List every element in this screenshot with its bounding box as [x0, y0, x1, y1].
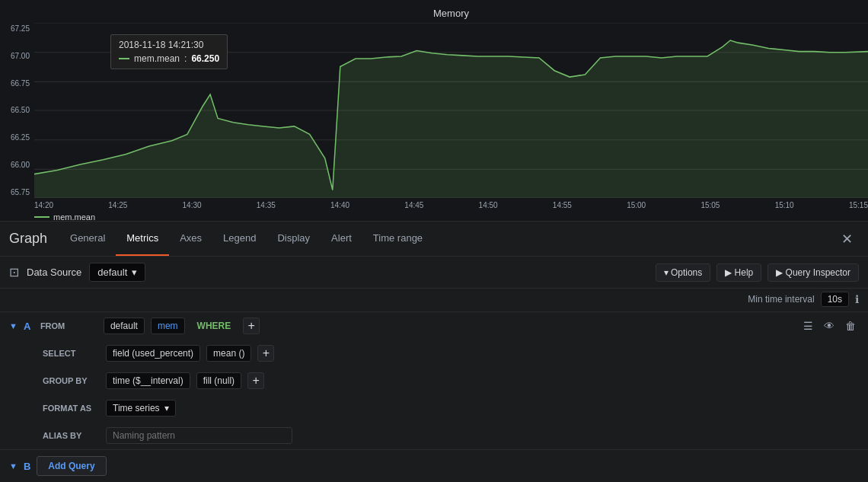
select-field[interactable]: field (used_percent) — [106, 345, 200, 362]
x-label: 15:10 — [775, 201, 794, 209]
chart-title: Memory — [34, 8, 868, 19]
datasource-select[interactable]: default ▾ — [89, 263, 145, 282]
toolbar-row: ⊡ Data Source default ▾ ▾ Options ▶ Help… — [0, 257, 868, 289]
x-label: 15:15 — [849, 201, 868, 209]
interval-label: Min time interval — [748, 294, 814, 305]
x-label: 15:00 — [627, 201, 646, 209]
graph-title: Graph — [9, 231, 47, 247]
select-row: SELECT field (used_percent) mean () + — [0, 340, 868, 367]
groupby-label: GROUP BY — [43, 376, 100, 385]
tab-timerange[interactable]: Time range — [362, 222, 433, 256]
tab-legend[interactable]: Legend — [212, 222, 266, 256]
tab-general[interactable]: General — [59, 222, 116, 256]
row-actions-a: ☰ 👁 🗑 — [800, 318, 859, 334]
x-label: 14:30 — [183, 201, 202, 209]
groupby-row: GROUP BY time ($__interval) fill (null) … — [0, 367, 868, 394]
x-label: 15:05 — [700, 201, 720, 209]
y-label: 66.25 — [11, 133, 30, 142]
formatas-row: FORMAT AS Time series ▾ — [0, 394, 868, 422]
x-label: 14:25 — [108, 201, 127, 209]
x-label: 14:40 — [330, 201, 349, 209]
trash-icon[interactable]: 🗑 — [842, 318, 859, 334]
interval-value: 10s — [821, 292, 849, 307]
x-label: 14:45 — [404, 201, 423, 209]
y-label: 65.75 — [11, 188, 30, 196]
select-fn[interactable]: mean () — [206, 345, 251, 362]
tooltip-time: 2018-11-18 14:21:30 — [119, 40, 219, 50]
eye-icon[interactable]: 👁 — [821, 318, 838, 334]
x-label: 14:35 — [257, 201, 276, 209]
groupby-add-button[interactable]: + — [247, 372, 264, 389]
tab-display[interactable]: Display — [266, 222, 321, 256]
database-icon: ⊡ — [9, 265, 19, 279]
y-label: 67.25 — [11, 24, 30, 33]
select-add-button[interactable]: + — [257, 345, 274, 362]
aliasBy-label: ALIAS BY — [43, 431, 100, 440]
options-button[interactable]: ▾ Options — [656, 263, 711, 282]
y-label: 66.00 — [11, 161, 30, 169]
legend-label: mem.mean — [53, 212, 95, 222]
tab-metrics[interactable]: Metrics — [116, 222, 169, 256]
x-axis: 14:2014:2514:3014:3514:4014:4514:5014:55… — [34, 198, 868, 209]
query-editor: ⊡ Data Source default ▾ ▾ Options ▶ Help… — [0, 257, 868, 482]
legend-color — [34, 216, 49, 218]
aliasBy-input[interactable] — [106, 427, 292, 444]
query-letter-a: A — [24, 321, 34, 332]
datasource-value: default — [97, 267, 127, 278]
min-interval-row: Min time interval 10s ℹ — [0, 289, 868, 312]
tab-axes[interactable]: Axes — [169, 222, 212, 256]
add-query-button[interactable]: Add Query — [37, 456, 106, 476]
x-label: 14:20 — [34, 201, 53, 209]
chart-area: Memory 67.2567.0066.7566.5066.2566.0065.… — [0, 0, 868, 221]
where-keyword[interactable]: WHERE — [191, 318, 238, 334]
groupby-time[interactable]: time ($__interval) — [106, 372, 190, 389]
from-db[interactable]: default — [104, 318, 145, 334]
tab-alert[interactable]: Alert — [321, 222, 362, 256]
panel-editor: Graph General Metrics Axes Legend Displa… — [0, 221, 868, 482]
y-label: 66.50 — [11, 106, 30, 114]
query-block-a: ▼ A FROM default mem WHERE + ☰ 👁 🗑 SELEC… — [0, 312, 868, 450]
tooltip-line-color — [119, 58, 129, 59]
x-label: 14:50 — [479, 201, 498, 209]
legend-item: mem.mean — [34, 212, 868, 222]
toolbar-right: ▾ Options ▶ Help ▶ Query Inspector — [656, 263, 859, 282]
query-b-row: ▼ B Add Query — [0, 450, 868, 482]
tooltip-series: mem.mean — [134, 53, 180, 64]
from-add-button[interactable]: + — [243, 318, 260, 334]
close-button[interactable]: ✕ — [835, 228, 859, 251]
list-icon[interactable]: ☰ — [800, 318, 816, 334]
aliasBy-row: ALIAS BY — [0, 422, 868, 449]
formatas-chevron: ▾ — [164, 403, 169, 413]
y-axis: 67.2567.0066.7566.5066.2566.0065.75 — [2, 23, 33, 198]
tooltip-number: 66.250 — [191, 53, 219, 64]
groupby-fill[interactable]: fill (null) — [196, 372, 241, 389]
legend-area: mem.mean — [34, 209, 868, 222]
datasource-chevron: ▾ — [132, 267, 137, 278]
from-label: FROM — [40, 321, 97, 330]
from-row: ▼ A FROM default mem WHERE + ☰ 👁 🗑 — [0, 312, 868, 340]
info-icon: ℹ — [855, 293, 859, 305]
formatas-value: Time series — [113, 403, 160, 413]
collapse-b[interactable]: ▼ — [9, 461, 18, 471]
y-label: 66.75 — [11, 79, 30, 88]
datasource-label: Data Source — [27, 267, 81, 278]
tooltip-value: mem.mean: 66.250 — [119, 53, 219, 64]
chart-tooltip: 2018-11-18 14:21:30 mem.mean: 66.250 — [110, 34, 228, 69]
formatas-label: FORMAT AS — [43, 404, 100, 413]
query-letter-b: B — [24, 461, 30, 472]
tab-list: General Metrics Axes Legend Display Aler… — [59, 222, 835, 256]
select-label: SELECT — [43, 349, 100, 358]
formatas-select[interactable]: Time series ▾ — [106, 400, 176, 417]
graph-header: Graph General Metrics Axes Legend Displa… — [0, 222, 868, 257]
y-label: 67.00 — [11, 52, 30, 60]
chart-container: 67.2567.0066.7566.5066.2566.0065.75 2018… — [34, 23, 868, 198]
help-button[interactable]: ▶ Help — [716, 263, 761, 282]
collapse-a[interactable]: ▼ — [9, 321, 18, 330]
x-label: 14:55 — [553, 201, 572, 209]
from-table[interactable]: mem — [151, 318, 185, 334]
query-inspector-button[interactable]: ▶ Query Inspector — [767, 263, 859, 282]
